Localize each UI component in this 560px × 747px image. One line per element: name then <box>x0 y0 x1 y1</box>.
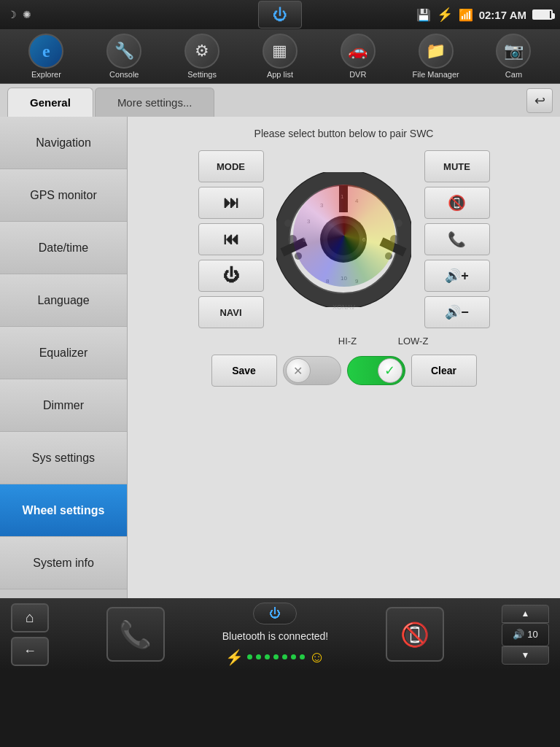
moon-icon: ☽ <box>7 9 17 20</box>
applist-label: App list <box>267 70 293 79</box>
hi-z-toggle[interactable]: ✕ <box>283 356 341 385</box>
sidebar-item-equalizer[interactable]: Equalizer <box>0 327 127 379</box>
prev-track-icon: ⏮ <box>223 230 239 249</box>
low-z-toggle-knob: ✓ <box>378 358 402 383</box>
tab-general[interactable]: General <box>7 88 93 117</box>
call-answer-icon: 📞 <box>448 231 466 248</box>
sidebar-item-system-info-label: System info <box>33 557 94 570</box>
swc-btn-navi[interactable]: NAVI <box>198 296 264 328</box>
vol-up-icon: 🔊+ <box>445 268 469 284</box>
swc-btn-next-track[interactable]: ⏭ <box>198 187 264 219</box>
applist-icon: ▦ <box>262 34 298 69</box>
swc-bottom-row: Save ✕ ✓ Clear <box>211 355 477 387</box>
filemanager-icon: 📁 <box>419 34 454 69</box>
app-cam[interactable]: 📷 Cam <box>484 34 542 79</box>
sidebar-item-navigation-label: Navigation <box>36 136 91 150</box>
explorer-label: Explorer <box>31 70 61 79</box>
volume-down-button[interactable]: ▼ <box>502 646 549 665</box>
settings-label: Settings <box>187 70 217 79</box>
app-settings[interactable]: ⚙ Settings <box>173 34 231 79</box>
back-nav-button[interactable]: ← <box>11 637 49 666</box>
app-dvr[interactable]: 🚗 DVR <box>329 34 387 79</box>
bluetooth-dots: ⚡ ☺ <box>225 648 324 667</box>
home-button[interactable]: ⌂ <box>11 603 49 632</box>
sidebar-item-sys-settings[interactable]: Sys settings <box>0 432 127 484</box>
swc-btn-mute[interactable]: MUTE <box>424 150 490 182</box>
volume-icon: 🔊 <box>513 629 524 640</box>
sun-icon: ✺ <box>23 9 31 20</box>
sidebar-item-gps-monitor-label: GPS monitor <box>30 189 97 202</box>
volume-display: 🔊 10 <box>502 623 549 646</box>
volume-level: 10 <box>527 629 537 640</box>
tab-more-settings[interactable]: More settings... <box>95 88 215 117</box>
power-button[interactable]: ⏻ <box>258 1 302 28</box>
center-power-button[interactable]: ⏻ <box>253 603 297 624</box>
back-button[interactable]: ↩ <box>526 88 553 113</box>
swc-btn-vol-down[interactable]: 🔊− <box>424 296 490 328</box>
answer-call-icon: 📞 <box>119 619 152 650</box>
sidebar-item-gps-monitor[interactable]: GPS monitor <box>0 169 127 222</box>
smile-icon: ☺ <box>308 648 324 667</box>
sidebar: Navigation GPS monitor Date/time Languag… <box>0 117 128 598</box>
clear-button[interactable]: Clear <box>411 355 477 387</box>
bt-dot-4 <box>273 654 279 659</box>
volume-control: ▲ 🔊 10 ▼ <box>502 605 549 665</box>
sidebar-item-wheel-settings-label: Wheel settings <box>23 504 105 517</box>
tab-bar: General More settings... ↩ <box>0 84 560 117</box>
rainbow-decoration <box>293 185 395 287</box>
swc-panel: Please select button below to pair SWC M… <box>128 117 560 598</box>
sidebar-item-sys-settings-label: Sys settings <box>32 452 95 465</box>
app-toolbar: e Explorer 🔧 Console ⚙ Settings ▦ App li… <box>0 29 560 84</box>
vol-down-icon: 🔊− <box>445 304 469 320</box>
tab-more-settings-label: More settings... <box>117 96 192 109</box>
swc-btn-power[interactable]: ⏻ <box>198 260 264 292</box>
swc-left-buttons: MODE ⏭ ⏮ ⏻ NAVI <box>198 150 264 328</box>
svg-point-11 <box>284 220 292 227</box>
swc-btn-call-answer[interactable]: 📞 <box>424 223 490 255</box>
sidebar-item-wheel-settings[interactable]: Wheel settings <box>0 484 127 537</box>
home-icon: ⌂ <box>26 609 34 626</box>
steering-wheel: 1 4 3 3 5 6 10 8 9 XONAV <box>271 166 417 312</box>
bluetooth-status-text: Bluetooth is connected! <box>222 630 329 642</box>
app-console[interactable]: 🔧 Console <box>95 34 153 79</box>
app-applist[interactable]: ▦ App list <box>251 34 309 79</box>
sidebar-item-system-info[interactable]: System info <box>0 537 127 589</box>
back-nav-icon: ← <box>23 643 36 659</box>
swc-btn-vol-up[interactable]: 🔊+ <box>424 260 490 292</box>
time-display: 02:17 AM <box>479 9 526 21</box>
hi-z-toggle-knob: ✕ <box>286 358 311 383</box>
volume-up-button[interactable]: ▲ <box>502 605 549 623</box>
cam-icon: 📷 <box>496 34 531 69</box>
save-label: Save <box>232 365 256 376</box>
swc-btn-mode[interactable]: MODE <box>198 150 264 182</box>
sidebar-item-datetime[interactable]: Date/time <box>0 222 127 274</box>
answer-call-button[interactable]: 📞 <box>106 607 165 662</box>
save-button[interactable]: Save <box>211 355 277 387</box>
end-call-button[interactable]: 📵 <box>386 607 444 662</box>
settings-icon: ⚙ <box>184 34 219 69</box>
cam-label: Cam <box>505 70 522 79</box>
bt-dot-6 <box>291 654 296 659</box>
tab-general-label: General <box>30 96 71 109</box>
app-filemanager[interactable]: 📁 File Manager <box>407 34 465 79</box>
power-icon: ⏻ <box>273 7 287 23</box>
bluetooth-center: ⏻ Bluetooth is connected! ⚡ ☺ <box>222 603 329 667</box>
low-z-label: LOW-Z <box>398 336 429 347</box>
back-icon: ↩ <box>534 93 545 109</box>
next-track-icon: ⏭ <box>223 193 239 212</box>
low-z-toggle[interactable]: ✓ <box>347 356 405 385</box>
swc-btn-call-end[interactable]: 📵 <box>424 187 490 219</box>
sidebar-item-equalizer-label: Equalizer <box>39 347 88 360</box>
x-icon: ✕ <box>293 364 303 378</box>
console-label: Console <box>109 70 139 79</box>
sidebar-item-dimmer-label: Dimmer <box>43 399 84 412</box>
bt-dot-7 <box>300 654 305 659</box>
sidebar-item-language[interactable]: Language <box>0 274 127 327</box>
sidebar-item-navigation[interactable]: Navigation <box>0 117 127 169</box>
sidebar-item-dimmer[interactable]: Dimmer <box>0 379 127 432</box>
swc-btn-prev-track[interactable]: ⏮ <box>198 223 264 255</box>
bt-dot-2 <box>256 654 261 659</box>
app-explorer[interactable]: e Explorer <box>17 34 75 79</box>
bt-dot-3 <box>265 654 270 659</box>
bluetooth-icon: ⚡ <box>225 649 244 666</box>
